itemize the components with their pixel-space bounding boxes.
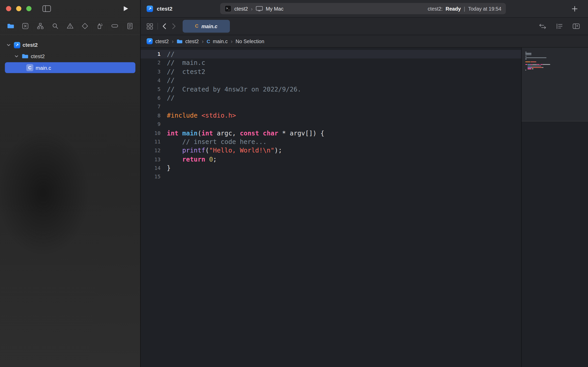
add-editor-split-icon[interactable] [573,23,580,29]
tree-row-file-selected[interactable]: C main.c [5,62,135,73]
disclosure-chevron-icon[interactable] [13,55,19,57]
scheme-selector[interactable]: >_ ctest2 › My Mac [225,5,284,12]
folder-icon [22,53,28,59]
navigator-tab-source-control[interactable] [21,21,29,30]
navigator-tab-symbols[interactable] [36,21,44,30]
line-number[interactable]: 2 [141,59,161,67]
status-project: ctest2: [428,6,443,11]
code-line[interactable]: 2// main.c [141,59,521,67]
line-number[interactable]: 9 [141,120,161,129]
line-number[interactable]: 3 [141,67,161,76]
breadcrumb-item-project[interactable]: ctest2 [147,38,169,44]
destination-icon [256,6,263,11]
code-line[interactable]: 3// ctest2 [141,67,521,76]
line-number[interactable]: 10 [141,129,161,137]
go-back-button[interactable] [162,23,166,29]
tree-item-label: main.c [36,65,51,71]
toolbar-center-pill: >_ ctest2 › My Mac ctest2: Ready | Today… [220,3,506,14]
divider [157,23,158,29]
line-number[interactable]: 13 [141,155,161,164]
disclosure-chevron-icon[interactable] [6,44,12,46]
editor-toolbar-right [539,23,582,29]
code-line[interactable]: 7 [141,102,521,111]
navigator-tab-reports[interactable] [126,21,134,30]
navigator-tab-tests[interactable] [81,21,89,30]
breadcrumb-item-group[interactable]: ctest2 [177,39,199,44]
scheme-name: ctest2 [234,6,248,11]
chevron-right-icon: › [172,38,174,44]
line-number[interactable]: 7 [141,102,161,111]
jump-bar-breadcrumb: ctest2 › ctest2 › C main.c › No Selectio… [141,35,588,48]
code-line[interactable]: 4// [141,76,521,85]
c-file-icon: C [195,24,198,29]
tab-label: main.c [201,24,217,29]
code-text [161,173,167,181]
code-text: int main(int argc, const char * argv[]) … [161,129,324,137]
navigator-tab-project[interactable] [6,21,15,30]
tree-item-label: ctest2 [31,53,45,59]
line-number[interactable]: 5 [141,85,161,94]
code-line[interactable]: 13 return 0; [141,155,521,164]
navigator-tab-issues[interactable] [66,21,74,30]
line-number[interactable]: 11 [141,137,161,146]
minimap-lines [522,48,588,72]
close-window-button[interactable] [6,6,11,11]
code-text [161,120,167,129]
navigator-tab-find[interactable] [51,21,59,30]
window-controls [6,6,32,11]
code-line[interactable]: 10int main(int argc, const char * argv[]… [141,129,521,137]
minimap[interactable] [521,48,588,367]
c-file-icon: C [26,64,34,71]
code-editor[interactable]: 1//2// main.c3// ctest24//5// Created by… [141,48,521,367]
editor-options-icon[interactable] [556,23,563,29]
navigator-tab-breakpoints[interactable] [111,21,119,30]
code-line[interactable]: 15 [141,173,521,181]
tree-row-group[interactable]: ctest2 [0,51,140,62]
xcode-project-icon [147,5,153,12]
code-text: } [161,164,171,173]
code-text: printf("Hello, World!\n"); [161,146,282,155]
code-line[interactable]: 12 printf("Hello, World!\n"); [141,146,521,155]
code-text: // [161,50,175,59]
breadcrumb-label: ctest2 [155,39,169,44]
line-number[interactable]: 6 [141,94,161,102]
terminal-app-icon: >_ [225,5,231,12]
toggle-sidebar-icon[interactable] [42,5,51,12]
run-button[interactable] [123,6,129,12]
breadcrumb-item-selection[interactable]: No Selection [236,39,264,44]
code-line[interactable]: 14} [141,164,521,173]
line-number[interactable]: 1 [141,50,161,59]
code-line[interactable]: 9 [141,120,521,129]
xcode-project-icon [14,42,20,48]
line-number[interactable]: 14 [141,164,161,173]
line-number[interactable]: 12 [141,146,161,155]
activity-status[interactable]: ctest2: Ready | Today at 19:54 [428,6,501,11]
code-lines: 1//2// main.c3// ctest24//5// Created by… [141,50,521,181]
status-time: Today at 19:54 [468,6,501,11]
tree-row-project[interactable]: ctest2 [0,39,140,51]
navigator-tab-debug[interactable] [96,21,104,30]
main-area: ctest2 >_ ctest2 › My Mac ctest2: Ready … [141,0,588,367]
line-number[interactable]: 15 [141,173,161,181]
breadcrumb-item-file[interactable]: C main.c [207,39,228,44]
chevron-right-icon: › [251,6,253,12]
code-line[interactable]: 5// Created by 4nsw3r on 2022/9/26. [141,85,521,94]
related-items-grid-icon[interactable] [147,23,153,29]
code-line[interactable]: 11 // insert code here... [141,137,521,146]
line-number[interactable]: 4 [141,76,161,85]
minimize-window-button[interactable] [16,6,21,11]
report-document-icon [127,23,133,29]
code-text: // main.c [161,59,205,67]
xcode-window: ctest2 ctest2 C main.c ctest2 [0,0,588,367]
code-line[interactable]: 6// [141,94,521,102]
tab-main-c[interactable]: C main.c [183,20,230,33]
code-line[interactable]: 1// [141,50,521,59]
zoom-window-button[interactable] [26,6,32,11]
library-plus-button[interactable] [572,6,578,11]
code-review-icon[interactable] [539,24,546,29]
code-line[interactable]: 8#include <stdio.h> [141,111,521,120]
folder-icon [177,39,183,44]
source-editor: 1//2// main.c3// ctest24//5// Created by… [141,48,588,367]
line-number[interactable]: 8 [141,111,161,120]
go-forward-button[interactable] [172,23,176,29]
